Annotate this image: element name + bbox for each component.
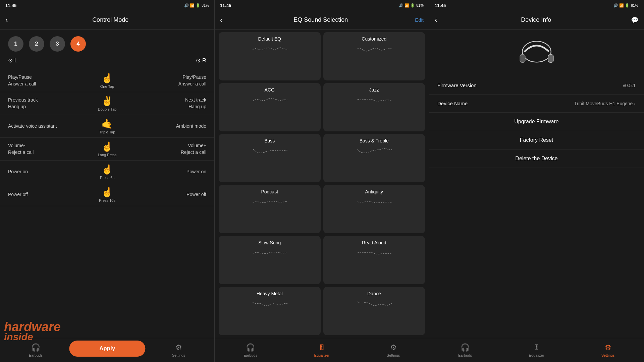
svg-point-0 xyxy=(522,41,551,62)
eq-card-dance[interactable]: Dance xyxy=(323,287,425,335)
eq-wave-read-aloud xyxy=(327,247,422,259)
firmware-row: Firmware Version v0.5.1 xyxy=(429,76,644,95)
eq-card-name-heavy-metal: Heavy Metal xyxy=(257,291,283,296)
right-action-triple-tap: Ambient mode xyxy=(127,123,207,130)
tap-double-tap[interactable]: ✌ Double Tap xyxy=(87,96,127,111)
left-action-double-tap: Previous trackHang up xyxy=(8,97,87,110)
nav-earbuds-2[interactable]: 🎧 Earbuds xyxy=(215,338,286,362)
eq-card-name-dance: Dance xyxy=(367,291,381,296)
nav-settings-2[interactable]: ⚙ Settings xyxy=(358,338,429,362)
step-indicators: 1 2 3 4 xyxy=(0,29,214,55)
step-3[interactable]: 3 xyxy=(50,36,65,52)
control-row-one-tap: Play/PauseAnswer a call ☝ One Tap Play/P… xyxy=(0,69,214,92)
eq-card-podcast[interactable]: Podcast xyxy=(219,185,321,233)
status-icons-1: 🔊 📶 🔋81% xyxy=(184,3,209,8)
press6s-icon: ☝ xyxy=(101,164,113,175)
nav-settings-1[interactable]: ⚙ Settings xyxy=(143,338,214,362)
eq-card-slow-song[interactable]: Slow Song xyxy=(219,236,321,284)
device-name-row[interactable]: Device Name Tribit MoveBuds H1 Eugene › xyxy=(429,95,644,113)
eq-card-name-acg: ACG xyxy=(265,87,275,93)
eq-card-customized[interactable]: Customized xyxy=(323,32,425,80)
step-1[interactable]: 1 xyxy=(8,36,23,52)
left-action-long-press: Volume-Reject a call xyxy=(8,142,87,156)
svg-rect-4 xyxy=(548,55,553,62)
control-row-double-tap: Previous trackHang up ✌ Double Tap Next … xyxy=(0,92,214,115)
eq-card-name-default: Default EQ xyxy=(258,36,281,42)
svg-rect-2 xyxy=(520,55,525,62)
press10s-icon: ☝ xyxy=(101,187,113,198)
eq-wave-slow-song xyxy=(222,247,317,259)
panel-control-mode: 11:45 🔊 📶 🔋81% ‹ Control Mode 1 2 3 4 ⊙ … xyxy=(0,0,215,362)
nav-equalizer-3[interactable]: 🎚 Equalizer xyxy=(501,338,572,362)
edit-button[interactable]: Edit xyxy=(415,17,424,23)
left-action-triple-tap: Activate voice assistant xyxy=(8,123,87,130)
eq-wave-bass xyxy=(222,145,317,157)
back-button-3[interactable]: ‹ xyxy=(435,16,437,24)
eq-card-name-jazz: Jazz xyxy=(369,87,379,93)
firmware-label: Firmware Version xyxy=(437,82,477,88)
eq-card-jazz[interactable]: Jazz xyxy=(323,83,425,131)
left-action-one-tap: Play/PauseAnswer a call xyxy=(8,74,87,87)
status-bar-3: 11:45 🔊 📶 🔋81% xyxy=(429,0,644,11)
status-bar-1: 11:45 🔊 📶 🔋81% xyxy=(0,0,214,11)
eq-wave-antiquity xyxy=(327,196,422,208)
delete-device-button[interactable]: Delete the Device xyxy=(429,149,644,168)
chat-icon[interactable]: 💬 xyxy=(631,16,638,24)
equalizer-icon-2: 🎚 xyxy=(318,343,326,352)
headphones-image xyxy=(513,38,560,71)
panel-device-info: 11:45 🔊 📶 🔋81% ‹ Device Info 💬 Firmware … xyxy=(429,0,644,362)
control-grid: Play/PauseAnswer a call ☝ One Tap Play/P… xyxy=(0,66,214,338)
back-button-1[interactable]: ‹ xyxy=(5,16,8,24)
eq-wave-bass-treble xyxy=(327,145,422,157)
earbuds-icon-3: 🎧 xyxy=(461,343,470,352)
right-label: ⊙ R xyxy=(127,57,207,64)
right-action-press10s: Power off xyxy=(127,191,207,198)
factory-reset-button[interactable]: Factory Reset xyxy=(429,131,644,149)
eq-card-heavy-metal[interactable]: Heavy Metal xyxy=(219,287,321,335)
eq-card-read-aloud[interactable]: Read Aloud xyxy=(323,236,425,284)
nav-settings-3[interactable]: ⚙ Settings xyxy=(572,338,644,362)
tap-long-press[interactable]: ☝ Long Press xyxy=(87,141,127,157)
double-tap-icon: ✌ xyxy=(101,96,113,107)
device-name-value: Tribit MoveBuds H1 Eugene › xyxy=(574,101,636,106)
top-bar-3: ‹ Device Info 💬 xyxy=(429,11,644,29)
step-4[interactable]: 4 xyxy=(70,36,86,52)
long-press-icon: ☝ xyxy=(101,141,113,152)
tap-triple-tap[interactable]: 🤙 Triple Tap xyxy=(87,118,127,134)
eq-card-default[interactable]: Default EQ xyxy=(219,32,321,80)
nav-earbuds-3[interactable]: 🎧 Earbuds xyxy=(429,338,501,362)
triple-tap-label: Triple Tap xyxy=(99,130,115,134)
back-button-2[interactable]: ‹ xyxy=(220,16,222,24)
page-title-3: Device Info xyxy=(441,16,631,23)
eq-card-bass[interactable]: Bass xyxy=(219,134,321,182)
status-icons-2: 🔊 📶 🔋81% xyxy=(399,3,424,8)
press10s-label: Press 10s xyxy=(99,198,115,202)
tap-press10s[interactable]: ☝ Press 10s xyxy=(87,187,127,202)
press6s-label: Press 6s xyxy=(100,176,114,180)
firmware-value: v0.5.1 xyxy=(623,83,636,88)
time-3: 11:45 xyxy=(435,3,446,8)
eq-wave-heavy-metal xyxy=(222,298,317,310)
eq-card-acg[interactable]: ACG xyxy=(219,83,321,131)
page-title-2: EQ Sound Selection xyxy=(226,16,415,23)
device-name-label: Device Name xyxy=(437,101,468,106)
top-bar-1: ‹ Control Mode xyxy=(0,11,214,29)
eq-card-antiquity[interactable]: Antiquity xyxy=(323,185,425,233)
apply-button[interactable]: Apply xyxy=(69,341,145,357)
right-action-one-tap: Play/PauseAnswer a call xyxy=(127,74,207,87)
eq-wave-customized xyxy=(327,43,422,55)
watermark: hardware inside xyxy=(4,320,61,342)
eq-card-bass-treble[interactable]: Bass & Treble xyxy=(323,134,425,182)
eq-card-name-podcast: Podcast xyxy=(261,189,278,194)
nav-equalizer-2[interactable]: 🎚 Equalizer xyxy=(286,338,358,362)
earbuds-icon-1: 🎧 xyxy=(31,343,40,352)
one-tap-label: One Tap xyxy=(100,84,114,88)
time-1: 11:45 xyxy=(5,3,16,8)
tap-one-tap[interactable]: ☝ One Tap xyxy=(87,73,127,88)
eq-grid: Default EQ Customized ACG Jazz xyxy=(215,29,429,338)
step-2[interactable]: 2 xyxy=(29,36,44,52)
tap-press6s[interactable]: ☝ Press 6s xyxy=(87,164,127,180)
eq-wave-podcast xyxy=(222,196,317,208)
upgrade-firmware-button[interactable]: Upgrade Firmware xyxy=(429,113,644,131)
eq-wave-default xyxy=(222,43,317,55)
